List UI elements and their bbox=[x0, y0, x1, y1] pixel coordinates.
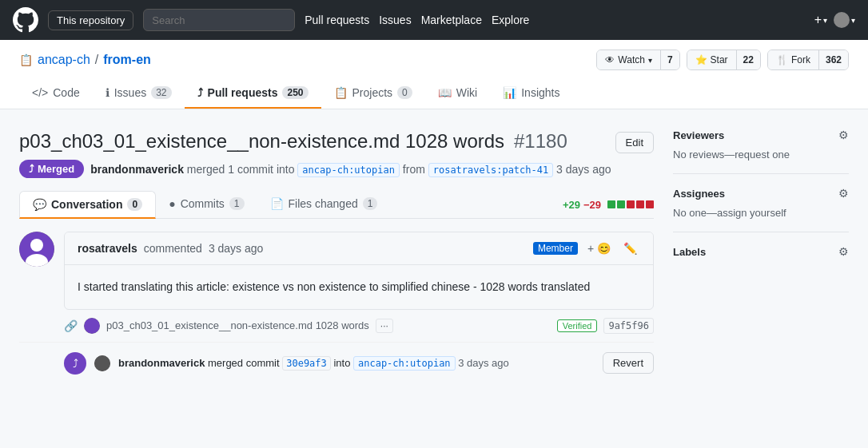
star-button-group: ⭐ Star 22 bbox=[687, 50, 761, 70]
merge-time: 3 days ago bbox=[458, 357, 509, 369]
search-input[interactable] bbox=[143, 9, 295, 31]
pr-tab-conversation[interactable]: 💬 Conversation 0 bbox=[19, 191, 156, 219]
pr-tabs-row: 💬 Conversation 0 ● Commits 1 📄 Files cha… bbox=[19, 191, 654, 219]
pr-author-link[interactable]: brandonmaverick bbox=[90, 163, 184, 176]
sidebar-reviewers-title-row: Reviewers ⚙ bbox=[673, 129, 849, 141]
new-item-button[interactable]: + ▾ bbox=[814, 13, 827, 27]
merge-row: ⤴ brandonmaverick merged commit 30e9af3 … bbox=[19, 343, 654, 375]
watch-count-button[interactable]: 7 bbox=[661, 50, 679, 69]
comment-edit-button[interactable]: ✏️ bbox=[620, 240, 640, 256]
repo-tabs: </> Code ℹ Issues 32 ⤴ Pull requests 250… bbox=[19, 78, 849, 109]
fork-button[interactable]: 🍴 Fork bbox=[768, 50, 819, 69]
conversation-icon: 💬 bbox=[33, 198, 46, 211]
reviewers-gear-button[interactable]: ⚙ bbox=[838, 129, 849, 141]
nav-explore-link[interactable]: Explore bbox=[492, 14, 529, 26]
github-logo-icon bbox=[13, 7, 38, 33]
from-text: from bbox=[403, 163, 428, 176]
sidebar-reviewers-title: Reviewers bbox=[673, 129, 724, 141]
diff-bar-3 bbox=[627, 200, 635, 208]
pr-action-text: merged 1 commit into bbox=[187, 163, 298, 176]
sidebar-assignees-section: Assignees ⚙ No one—assign yourself bbox=[673, 187, 849, 232]
repo-owner-link[interactable]: ancap-ch bbox=[38, 53, 90, 67]
labels-gear-button[interactable]: ⚙ bbox=[838, 245, 849, 258]
watch-button[interactable]: 👁 Watch ▾ bbox=[597, 50, 661, 69]
star-icon: ⭐ bbox=[695, 54, 707, 65]
repo-breadcrumb: 📋 ancap-ch / from-en bbox=[19, 53, 151, 67]
nav-issues-link[interactable]: Issues bbox=[379, 14, 411, 26]
watch-dropdown-icon: ▾ bbox=[648, 56, 652, 65]
commit-dots-button[interactable]: ··· bbox=[376, 319, 393, 333]
comment-body: I started translating this article: exis… bbox=[65, 265, 653, 308]
eye-icon: 👁 bbox=[605, 54, 615, 65]
tab-projects-label: Projects bbox=[352, 86, 393, 99]
merge-text: brandonmaverick merged commit 30e9af3 in… bbox=[118, 357, 509, 369]
comment-author-link[interactable]: rosatravels bbox=[78, 242, 137, 255]
svg-point-4 bbox=[94, 355, 110, 371]
sidebar-reviewers-section: Reviewers ⚙ No reviews—request one bbox=[673, 129, 849, 174]
base-branch-link[interactable]: ancap-ch:utopian bbox=[297, 163, 400, 177]
merge-badge-icon: ⤴ bbox=[29, 163, 34, 175]
commits-icon: ● bbox=[169, 197, 175, 210]
commit-sha: 9af5f96 bbox=[603, 318, 654, 334]
verified-badge: Verified bbox=[557, 319, 598, 332]
sidebar-assignees-title: Assignees bbox=[673, 188, 725, 200]
pr-meta-text: brandonmaverick merged 1 commit into anc… bbox=[90, 163, 611, 176]
tab-wiki[interactable]: 📖 Wiki bbox=[425, 78, 490, 109]
sidebar-labels-title-row: Labels ⚙ bbox=[673, 245, 849, 258]
tab-code[interactable]: </> Code bbox=[19, 78, 93, 109]
pr-tab-files-label: Files changed bbox=[289, 197, 358, 210]
diff-bar-2 bbox=[617, 200, 625, 208]
add-reaction-button[interactable]: + 😊 bbox=[584, 240, 614, 256]
tab-issues[interactable]: ℹ Issues 32 bbox=[93, 78, 185, 109]
pr-icon: ⤴ bbox=[197, 86, 203, 99]
repo-selector-button[interactable]: This repository bbox=[48, 10, 133, 30]
tab-projects[interactable]: 📋 Projects 0 bbox=[321, 78, 425, 109]
diff-bar-4 bbox=[636, 200, 644, 208]
top-nav: This repository Pull requests Issues Mar… bbox=[0, 0, 868, 40]
star-button[interactable]: ⭐ Star bbox=[687, 50, 737, 69]
fork-button-group: 🍴 Fork 362 bbox=[767, 50, 849, 70]
assignees-gear-button[interactable]: ⚙ bbox=[838, 187, 849, 200]
main-column: p03_ch03_01_existence__non-existence.md … bbox=[19, 129, 654, 375]
pr-tab-files-changed[interactable]: 📄 Files changed 1 bbox=[257, 191, 391, 218]
head-branch-link[interactable]: rosatravels:patch-41 bbox=[428, 163, 554, 177]
svg-point-1 bbox=[30, 239, 43, 252]
member-badge: Member bbox=[533, 242, 578, 255]
nav-marketplace-link[interactable]: Marketplace bbox=[421, 14, 482, 26]
merge-branch-link[interactable]: ancap-ch:utopian bbox=[353, 356, 456, 371]
diff-bar-5 bbox=[646, 200, 654, 208]
commit-avatar-sm bbox=[84, 318, 100, 334]
merge-author-link[interactable]: brandonmaverick bbox=[118, 357, 205, 369]
tab-pull-requests-badge: 250 bbox=[282, 86, 308, 99]
repo-name-link[interactable]: from-en bbox=[103, 53, 151, 67]
merged-badge: ⤴ Merged bbox=[19, 160, 84, 178]
plus-dropdown-icon: ▾ bbox=[823, 16, 827, 25]
pr-tab-files-badge: 1 bbox=[363, 197, 378, 210]
merge-icon: ⤴ bbox=[73, 357, 78, 370]
fork-count-button[interactable]: 362 bbox=[819, 50, 848, 69]
nav-pull-requests-link[interactable]: Pull requests bbox=[305, 14, 369, 26]
sidebar-labels-section: Labels ⚙ bbox=[673, 245, 849, 277]
merge-commit-hash-link[interactable]: 30e9af3 bbox=[282, 356, 331, 371]
fork-icon: 🍴 bbox=[776, 54, 788, 65]
diff-added-stat: +29 bbox=[563, 199, 580, 211]
revert-button[interactable]: Revert bbox=[603, 352, 654, 374]
code-icon: </> bbox=[32, 86, 48, 99]
tab-pull-requests[interactable]: ⤴ Pull requests 250 bbox=[185, 78, 321, 109]
wiki-icon: 📖 bbox=[438, 86, 452, 99]
comment-time: 3 days ago bbox=[209, 242, 264, 255]
comment-header: rosatravels commented 3 days ago Member … bbox=[65, 232, 653, 265]
tab-insights[interactable]: 📊 Insights bbox=[490, 78, 572, 109]
files-icon: 📄 bbox=[270, 197, 284, 210]
star-count-button[interactable]: 22 bbox=[737, 50, 760, 69]
star-label: Star bbox=[711, 54, 728, 65]
merge-avatar-sm bbox=[94, 355, 110, 371]
user-avatar-button[interactable]: ▾ bbox=[834, 12, 855, 28]
diff-stats: +29 −29 bbox=[563, 199, 654, 211]
diff-bar-1 bbox=[607, 200, 615, 208]
comment-action: commented bbox=[144, 242, 202, 255]
pr-tab-commits[interactable]: ● Commits 1 bbox=[156, 191, 257, 218]
repo-actions: 👁 Watch ▾ 7 ⭐ Star 22 🍴 Fork bbox=[596, 50, 849, 70]
comment-text: I started translating this article: exis… bbox=[78, 278, 640, 295]
edit-button[interactable]: Edit bbox=[615, 132, 654, 153]
